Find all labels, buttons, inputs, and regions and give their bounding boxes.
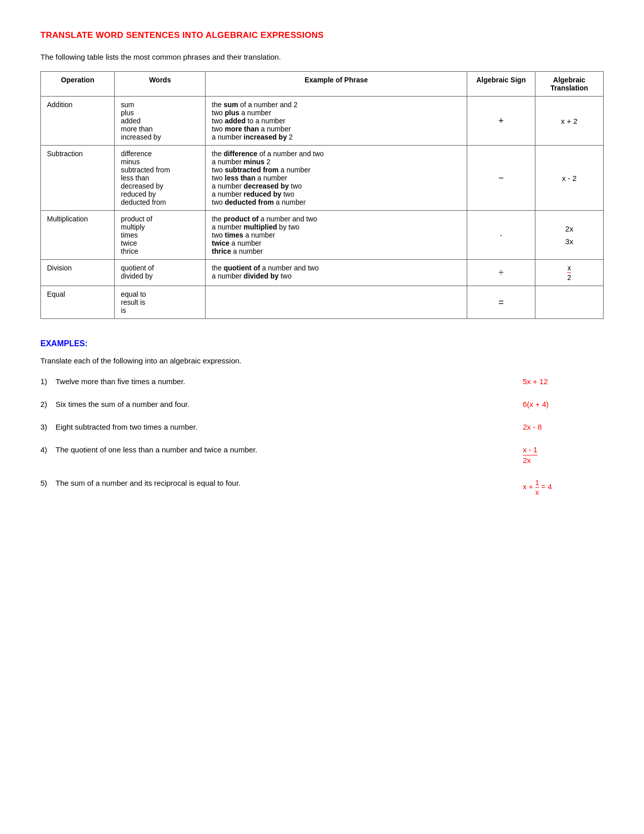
example-text-1: Twelve more than five times a number. (56, 377, 503, 386)
example-num-3: 3) (40, 423, 56, 431)
trans-equal (535, 286, 603, 319)
example-num-2: 2) (40, 400, 56, 408)
words-addition: sumplusaddedmore thanincreased by (115, 97, 206, 146)
intro-text: The following table lists the most commo… (40, 53, 604, 61)
example-text-5: The sum of a number and its reciprocal i… (56, 479, 503, 487)
op-division: Division (41, 260, 115, 286)
example-item-5: 5) The sum of a number and its reciproca… (40, 479, 604, 496)
words-multiplication: product ofmultiplytimestwicethrice (115, 211, 206, 260)
header-translation: AlgebraicTranslation (535, 72, 603, 97)
op-multiplication: Multiplication (41, 211, 115, 260)
examples-multiplication: the product of a number and two a number… (206, 211, 467, 260)
row-multiplication: Multiplication product ofmultiplytimestw… (41, 211, 604, 260)
sign-division: ÷ (467, 260, 535, 286)
example-text-4: The quotient of one less than a number a… (56, 445, 503, 454)
examples-section: EXAMPLES: Translate each of the followin… (40, 339, 604, 496)
page-title: TRANSLATE WORD SENTENCES INTO ALGEBRAIC … (40, 30, 604, 40)
header-sign: Algebraic Sign (467, 72, 535, 97)
trans-addition: x + 2 (535, 97, 603, 146)
example-num-5: 5) (40, 479, 56, 487)
example-item-3: 3) Eight subtracted from two times a num… (40, 423, 604, 431)
words-division: quotient ofdivided by (115, 260, 206, 286)
example-answer-4: x - 1 2x (523, 445, 604, 465)
row-equal: Equal equal toresult isis = (41, 286, 604, 319)
sign-multiplication: · (467, 211, 535, 260)
example-text-2: Six times the sum of a number and four. (56, 400, 503, 408)
example-answer-3: 2x - 8 (523, 423, 604, 431)
examples-title: EXAMPLES: (40, 339, 604, 348)
examples-subtraction: the difference of a number and two a num… (206, 146, 467, 211)
examples-addition: the sum of a number and 2 two plus a num… (206, 97, 467, 146)
words-subtraction: differenceminussubtracted fromless thand… (115, 146, 206, 211)
row-division: Division quotient ofdivided by the quoti… (41, 260, 604, 286)
example-item-1: 1) Twelve more than five times a number.… (40, 377, 604, 386)
examples-division: the quotient of a number and two a numbe… (206, 260, 467, 286)
example-text-3: Eight subtracted from two times a number… (56, 423, 503, 431)
examples-intro: Translate each of the following into an … (40, 356, 604, 365)
example-answer-1: 5x + 12 (523, 377, 604, 386)
header-words: Words (115, 72, 206, 97)
example-num-1: 1) (40, 377, 56, 386)
header-operation: Operation (41, 72, 115, 97)
row-addition: Addition sumplusaddedmore thanincreased … (41, 97, 604, 146)
trans-division: x 2 (535, 260, 603, 286)
example-item-4: 4) The quotient of one less than a numbe… (40, 445, 604, 465)
trans-subtraction: x - 2 (535, 146, 603, 211)
main-table: Operation Words Example of Phrase Algebr… (40, 71, 604, 319)
header-example: Example of Phrase (206, 72, 467, 97)
sign-equal: = (467, 286, 535, 319)
example-item-2: 2) Six times the sum of a number and fou… (40, 400, 604, 408)
trans-multiplication: 2x 3x (535, 211, 603, 260)
op-equal: Equal (41, 286, 115, 319)
sign-subtraction: − (467, 146, 535, 211)
row-subtraction: Subtraction differenceminussubtracted fr… (41, 146, 604, 211)
sign-addition: + (467, 97, 535, 146)
example-answer-2: 6(x + 4) (523, 400, 604, 408)
example-num-4: 4) (40, 445, 56, 454)
example-answer-5: x + 1 x = 4 (523, 479, 604, 496)
op-addition: Addition (41, 97, 115, 146)
examples-equal (206, 286, 467, 319)
words-equal: equal toresult isis (115, 286, 206, 319)
op-subtraction: Subtraction (41, 146, 115, 211)
